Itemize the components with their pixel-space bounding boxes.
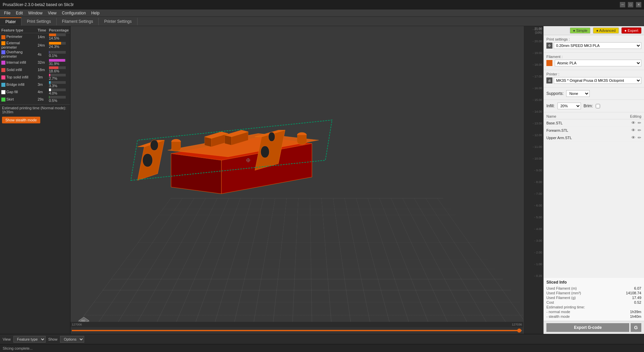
feature-bar-fill bbox=[49, 96, 49, 99]
feature-bar-fill bbox=[49, 81, 51, 84]
filament-row: Atomic PLA bbox=[546, 60, 641, 66]
feature-row: Internal infill 32m 31.9% bbox=[0, 59, 70, 66]
gcode-extra-button[interactable]: G bbox=[631, 323, 641, 332]
col-time: Time bbox=[36, 27, 47, 33]
y-ruler: 21.00 (105) bbox=[523, 26, 543, 334]
print-settings-icon: ⚙ bbox=[546, 43, 552, 49]
info-value: 1h40m bbox=[630, 314, 641, 318]
infill-row: Infill: 20% Brim: bbox=[546, 102, 641, 110]
tab-plater[interactable]: Plater bbox=[0, 17, 21, 25]
print-settings-row: ⚙ 0.20mm SPEED MK3 PLA bbox=[546, 42, 641, 49]
app-title: PrusaSlicer-2.3.0-beta2 based on Slic3r bbox=[3, 2, 74, 7]
sliced-info-row: Estimated printing time: bbox=[546, 305, 641, 309]
sliced-info-panel: Sliced Info Used Filament (m) 6.07 Used … bbox=[544, 278, 644, 321]
feature-row: Top solid infill 3m 2.7% bbox=[0, 73, 70, 81]
print-settings-label: Print settings : bbox=[546, 37, 641, 41]
mode-row: ● Simple ● Advanced ● Expert bbox=[544, 26, 644, 35]
close-button[interactable]: ✕ bbox=[636, 2, 641, 7]
show-label: Show bbox=[48, 337, 58, 341]
feature-row: Solid infill 18m 18.6% bbox=[0, 66, 70, 73]
feature-time-cell: 18m bbox=[36, 66, 47, 73]
feature-pct-cell: 14.5% bbox=[48, 33, 70, 41]
feature-name-cell: Solid infill bbox=[0, 66, 36, 73]
object-view-button[interactable]: 👁 bbox=[631, 120, 636, 125]
tab-print-settings[interactable]: Print Settings bbox=[21, 18, 56, 25]
infill-brim-section: Infill: 20% Brim: bbox=[544, 100, 644, 112]
stealth-mode-button[interactable]: Show stealth mode bbox=[2, 117, 40, 123]
feature-name-cell: Skirt bbox=[0, 96, 36, 103]
advanced-mode-button[interactable]: ● Advanced bbox=[593, 27, 619, 34]
sliced-info-row: Used Filament (g) 17.49 bbox=[546, 295, 641, 300]
info-value: 1h39m bbox=[630, 310, 641, 314]
maximize-button[interactable]: □ bbox=[628, 2, 633, 7]
feature-bar-fill bbox=[49, 42, 61, 45]
object-list-item: Forearm.STL 👁 ✏ bbox=[544, 127, 644, 134]
menu-help[interactable]: Help bbox=[89, 10, 102, 16]
feature-pct-cell: 4.0% bbox=[48, 88, 70, 96]
infill-select[interactable]: 20% bbox=[557, 103, 581, 109]
model-3d bbox=[104, 43, 356, 227]
simple-mode-button[interactable]: ● Simple bbox=[570, 27, 590, 34]
feature-row: Perimeter 14m 14.5% bbox=[0, 33, 70, 41]
svg-point-6 bbox=[143, 154, 153, 167]
col-percentage: Percentage bbox=[48, 27, 70, 33]
sliced-info-row: - stealth mode 1h40m bbox=[546, 314, 641, 319]
feature-color-swatch bbox=[1, 61, 5, 65]
feature-bar-fill bbox=[49, 59, 65, 62]
sliced-info-title: Sliced Info bbox=[546, 280, 641, 285]
feature-bar bbox=[49, 81, 66, 84]
feature-time-cell: 32m bbox=[36, 59, 47, 66]
tabbar: Plater Print Settings Filament Settings … bbox=[0, 17, 644, 26]
object-view-button[interactable]: 👁 bbox=[631, 128, 636, 133]
layer-slider[interactable] bbox=[70, 327, 523, 334]
feature-bar-fill bbox=[49, 66, 58, 69]
menu-configuration[interactable]: Configuration bbox=[59, 10, 89, 16]
info-label: Cost bbox=[546, 300, 554, 304]
menubar: File Edit Window View Configuration Help bbox=[0, 9, 644, 17]
printer-label: Printer : bbox=[546, 72, 641, 76]
object-name: Upper Arm.STL bbox=[546, 136, 631, 140]
feature-row: External perimeter 24m 24.3% bbox=[0, 41, 70, 50]
view-label: View bbox=[3, 337, 11, 341]
tab-printer-settings[interactable]: Printer Settings bbox=[99, 18, 137, 25]
feature-bar-fill bbox=[49, 74, 50, 76]
view-select[interactable]: Feature type bbox=[13, 336, 46, 343]
viewport[interactable]: 21.00 (105) bbox=[70, 26, 543, 334]
export-gcode-button[interactable]: Export G-code bbox=[546, 323, 629, 332]
feature-bar bbox=[49, 34, 66, 36]
filament-select[interactable]: Atomic PLA bbox=[555, 60, 641, 66]
print-settings-select[interactable]: 0.20mm SPEED MK3 PLA bbox=[554, 42, 641, 49]
feature-bar bbox=[49, 96, 66, 99]
menu-view[interactable]: View bbox=[45, 10, 59, 16]
object-view-button[interactable]: 👁 bbox=[631, 135, 636, 140]
printer-select[interactable]: MK3S * Original Prusa i3 MK3S Octoprint bbox=[554, 77, 641, 84]
filament-label: Filament : bbox=[546, 55, 641, 59]
feature-pct-cell: 2.7% bbox=[48, 73, 70, 81]
menu-file[interactable]: File bbox=[1, 10, 13, 16]
filament-section: Filament : Atomic PLA bbox=[544, 53, 644, 70]
right-panel: ● Simple ● Advanced ● Expert Print setti… bbox=[543, 26, 644, 334]
menu-edit[interactable]: Edit bbox=[13, 10, 25, 16]
menu-window[interactable]: Window bbox=[25, 10, 45, 16]
show-select[interactable]: Options bbox=[60, 336, 84, 343]
tab-filament-settings[interactable]: Filament Settings bbox=[57, 18, 99, 25]
supports-select[interactable]: None bbox=[566, 90, 590, 97]
object-edit-button[interactable]: ✏ bbox=[638, 128, 641, 133]
feature-bar-fill bbox=[49, 89, 51, 91]
feature-row: Gap fill 4m 4.0% bbox=[0, 88, 70, 96]
expert-mode-button[interactable]: ● Expert bbox=[622, 27, 642, 34]
bottom-controls: View Feature type Show Options bbox=[0, 334, 644, 344]
svg-rect-23 bbox=[297, 135, 307, 142]
feature-time-cell: 14m bbox=[36, 33, 47, 41]
info-label: Used Filament (mm³) bbox=[546, 291, 581, 295]
slider-track[interactable] bbox=[72, 330, 522, 331]
feature-color-swatch bbox=[1, 50, 5, 54]
minimize-button[interactable]: ─ bbox=[620, 2, 625, 7]
supports-row: Supports: None bbox=[546, 90, 641, 98]
object-edit-button[interactable]: ✏ bbox=[638, 120, 641, 125]
feature-bar-fill bbox=[49, 34, 56, 36]
object-edit-button[interactable]: ✏ bbox=[638, 135, 641, 140]
object-name: Base.STL bbox=[546, 121, 631, 125]
object-actions: 👁 ✏ bbox=[631, 128, 641, 133]
brim-checkbox[interactable] bbox=[596, 104, 600, 108]
